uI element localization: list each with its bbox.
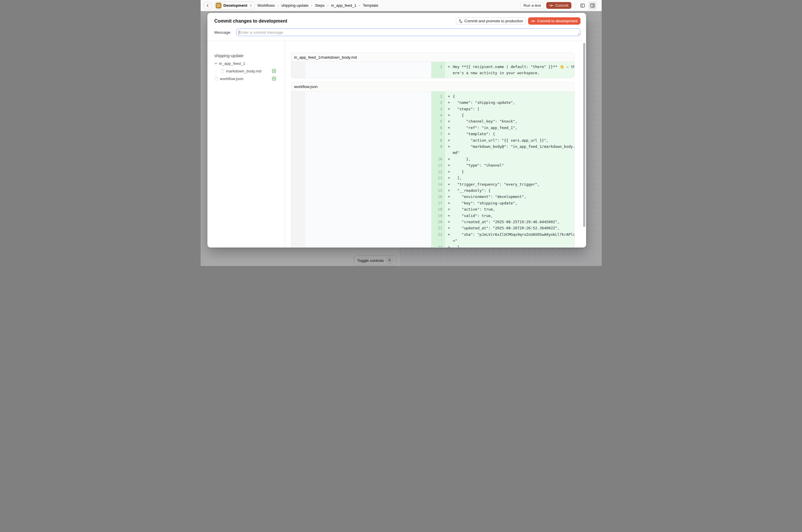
diff-line: 13+ ], (431, 175, 575, 181)
message-label: Message (215, 30, 236, 35)
diff-line-number: 8 (431, 137, 445, 144)
breadcrumb-item[interactable]: Workflows (257, 3, 275, 7)
diff-line: 17+ "key": "shipping-update", (431, 200, 575, 206)
diff-old-gutter (291, 62, 305, 78)
diff-line-text: "key": "shipping-update", (453, 200, 575, 206)
diff-card: workflow.json1+{2+ "name": "shipping-upd… (291, 82, 575, 247)
diff-added-marker: + (448, 118, 453, 125)
resize-grip-icon[interactable] (577, 32, 580, 35)
diff-line-content: + "valid": true, (445, 213, 575, 219)
tree-item-in-app-feed-1[interactable]: in_app_feed_1 (215, 59, 285, 67)
diff-viewer: in_app_feed_1/markdown_body.md1+Hey **{{… (285, 41, 586, 247)
diff-line-number: 18 (431, 206, 445, 212)
diff-line-content: + "__readonly": { (445, 187, 575, 193)
diff-added-marker: + (448, 106, 453, 112)
tree-root-workflow[interactable]: shipping-update (215, 52, 285, 59)
added-file-badge[interactable] (272, 77, 276, 81)
diff-line-text: "ref": "in_app_feed_1", (453, 125, 575, 131)
toggle-right-panel-button[interactable] (589, 2, 596, 10)
diff-line-content: + "steps": [ (445, 106, 575, 112)
diff-line-content: + "sha": "pJeLVir6xIlUCMGqs9qroZoUAVDSwA… (445, 231, 575, 244)
diff-line-number: 12 (431, 169, 445, 175)
tree-item-markdown-body-md[interactable]: markdown_body.md (215, 67, 285, 75)
breadcrumb-item[interactable]: Steps (315, 3, 324, 7)
breadcrumb-item[interactable]: Template (363, 3, 378, 7)
diff-line-number: 16 (431, 193, 445, 200)
chevron-down-icon[interactable] (215, 62, 217, 64)
diff-line-text: "sha": "pJeLVir6xIlUCMGqs9qroZoUAVDSwA0y… (453, 231, 575, 244)
diff-line-text: "channel_key": "knock", (453, 118, 575, 125)
diff-line-content: + "ref": "in_app_feed_1", (445, 125, 575, 131)
diff-card: in_app_feed_1/markdown_body.md1+Hey **{{… (291, 53, 575, 78)
diff-line-text: "trigger_frequency": "every_trigger", (453, 181, 575, 187)
diff-line-text: { (453, 93, 575, 99)
diff-line-number: 14 (431, 181, 445, 187)
commit-and-promote-label: Commit and promote to production (464, 19, 523, 23)
diff-line-number: 20 (431, 219, 445, 225)
diff-line-text: "steps": [ (453, 106, 575, 112)
toggle-left-panel-button[interactable] (579, 2, 586, 10)
commit-label: Commit (555, 3, 568, 7)
diff-line-number: 3 (431, 106, 445, 112)
diff-filename: in_app_feed_1/markdown_body.md (291, 53, 574, 62)
diff-line: 19+ "valid": true, (431, 213, 575, 219)
diff-line-text: ], (453, 175, 575, 181)
diff-line: 1+Hey **{{ recipient.name | default: "th… (431, 62, 575, 78)
breadcrumb-item[interactable]: in_app_feed_1 (331, 3, 356, 7)
diff-line-text: "active": true, (453, 206, 575, 212)
chevron-right-separator: › (278, 3, 279, 7)
diff-line-content: + "name": "shipping-update", (445, 99, 575, 106)
diff-added-marker: + (448, 219, 453, 225)
commit-message-input[interactable]: Enter a commit message (236, 28, 580, 36)
file-icon (221, 69, 224, 73)
breadcrumb-item[interactable]: shipping-update (281, 3, 309, 7)
tree-item-label: workflow.json (220, 77, 243, 81)
diff-line-number: 7 (431, 131, 445, 137)
panel-left-icon (580, 3, 585, 8)
diff-line-number: 10 (431, 156, 445, 162)
diff-line: 21+ "updated_at": "2025-08-26T20:26:52.3… (431, 225, 575, 231)
diff-line-text: "updated_at": "2025-08-26T20:26:52.36400… (453, 225, 575, 231)
diff-added-marker: + (448, 137, 453, 144)
commit-to-development-button[interactable]: Commit to development (528, 17, 580, 25)
diff-added-marker: + (448, 169, 453, 175)
git-branch-icon (459, 19, 463, 23)
diff-line-number: 11 (431, 162, 445, 168)
diff-line-number: 6 (431, 125, 445, 131)
diff-line-content: + } (445, 169, 575, 175)
diff-scrollbar-thumb[interactable] (583, 43, 585, 227)
tree-item-workflow-json[interactable]: workflow.json (215, 75, 285, 82)
diff-line: 14+ "trigger_frequency": "every_trigger"… (431, 181, 575, 187)
commit-button[interactable]: Commit (546, 2, 572, 9)
diff-line-text: "markdown_body@": "in_app_feed_1/markdow… (453, 144, 575, 156)
diff-line-number: 2 (431, 99, 445, 106)
diff-line: 10+ }, (431, 156, 575, 162)
diff-line-content: + "updated_at": "2025-08-26T20:26:52.364… (445, 225, 575, 231)
commit-and-promote-button[interactable]: Commit and promote to production (456, 17, 526, 25)
diff-added-marker: + (448, 206, 453, 212)
environment-switcher[interactable]: Development (214, 1, 255, 10)
run-test-button[interactable]: Run a test (520, 2, 544, 9)
tree-item-label: in_app_feed_1 (219, 61, 245, 66)
diff-new-pane: 1+{2+ "name": "shipping-update",3+ "step… (431, 92, 575, 247)
diff-line-content: + "active": true, (445, 206, 575, 212)
diff-added-marker: + (448, 112, 453, 118)
diff-line-number: 22 (431, 231, 445, 244)
diff-old-pane (291, 92, 431, 247)
diff-added-marker: + (448, 193, 453, 200)
diff-line-content: + "template": { (445, 131, 575, 137)
top-bar: Development Workflows›shipping-update›St… (201, 0, 602, 11)
diff-line: 11+ "type": "channel" (431, 162, 575, 168)
diff-line-number: 9 (431, 144, 445, 156)
diff-line: 12+ } (431, 169, 575, 175)
diff-line: 3+ "steps": [ (431, 106, 575, 112)
diff-line-number: 17 (431, 200, 445, 206)
diff-line-content: + "key": "shipping-update", (445, 200, 575, 206)
added-file-badge[interactable] (272, 69, 276, 73)
diff-added-marker: + (448, 64, 453, 76)
environment-label: Development (224, 3, 247, 7)
diff-split-view: 1+{2+ "name": "shipping-update",3+ "step… (291, 92, 574, 247)
diff-added-marker: + (448, 231, 453, 244)
back-button[interactable] (204, 2, 211, 10)
tree-item-label: markdown_body.md (226, 69, 262, 73)
